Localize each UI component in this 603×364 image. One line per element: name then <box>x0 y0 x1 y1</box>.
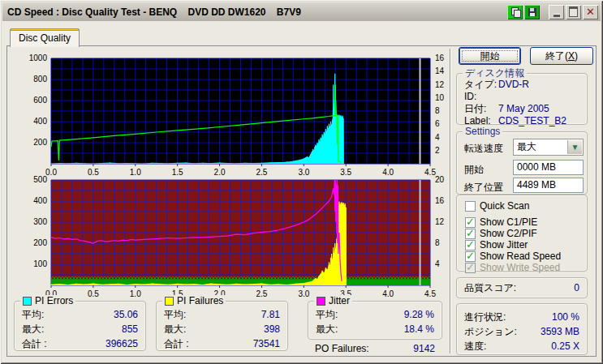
checkbox-show-read-speed[interactable]: Show Read Speed <box>465 251 561 262</box>
progress-row: 進行状況:100 % <box>457 310 587 324</box>
pi-errors-read-speed-chart: 10008006004002001614121086420.00.51.01.5… <box>6 50 454 177</box>
title-bar-buttons: ✕ <box>506 5 601 19</box>
svg-text:4.0: 4.0 <box>382 289 394 298</box>
start-pos-label: 開始 <box>464 163 484 177</box>
svg-text:500: 500 <box>33 175 47 184</box>
svg-text:8: 8 <box>435 238 440 247</box>
disc-date-row: 日付:7 May 2005 <box>464 103 587 115</box>
svg-text:600: 600 <box>33 96 47 105</box>
options-group: Quick Scan Show C1/PIE Show C2/PIF Show … <box>456 195 588 272</box>
stat-row: 平均:35.06 <box>15 307 145 322</box>
tab-disc-quality[interactable]: Disc Quality <box>10 28 80 47</box>
po-failures-row: PO Failures: 9142 <box>308 341 442 356</box>
pi-errors-title: PI Errors <box>35 295 73 306</box>
svg-text:14: 14 <box>435 66 445 75</box>
svg-text:16: 16 <box>435 54 445 62</box>
start-pos-field[interactable]: 0000 MB <box>513 160 584 175</box>
pi-failures-title: PI Failures <box>177 295 223 306</box>
svg-text:300: 300 <box>33 217 47 226</box>
svg-text:2.5: 2.5 <box>256 289 267 298</box>
pi-failures-jitter-chart: 500400300200100201612840.00.51.01.52.02.… <box>6 175 454 298</box>
stat-row: 合計 :396625 <box>15 336 145 351</box>
svg-text:4: 4 <box>435 259 440 268</box>
save-disk-icon <box>528 8 536 16</box>
pi-failures-color-chip <box>165 297 174 306</box>
svg-text:200: 200 <box>33 238 47 247</box>
svg-text:400: 400 <box>33 196 47 205</box>
svg-text:0.5: 0.5 <box>88 289 99 298</box>
svg-text:400: 400 <box>33 117 47 126</box>
copy-to-clipboard-icon <box>511 7 519 16</box>
disc-id-row: ID: <box>464 91 587 103</box>
svg-text:2: 2 <box>435 146 440 155</box>
end-pos-field[interactable]: 4489 MB <box>513 178 584 193</box>
position-row: ポジション:3593 MB <box>457 324 587 339</box>
disc-info-title: ディスク情報 <box>463 67 527 79</box>
quality-score-box: 品質スコア: 0 <box>456 277 588 298</box>
stat-row: 最大:18.4 % <box>308 322 441 336</box>
checkbox-icon <box>465 263 476 273</box>
stat-row: 平均:9.28 % <box>308 307 441 322</box>
close-icon: ✕ <box>586 6 595 17</box>
speed-row: 速度:0.25 X <box>457 339 587 353</box>
progress-box: 進行状況:100 % ポジション:3593 MB 速度:0.25 X <box>456 303 588 355</box>
chevron-down-icon[interactable]: ▼ <box>567 140 582 154</box>
checkbox-icon <box>465 201 476 212</box>
settings-title: Settings <box>463 126 502 137</box>
svg-text:200: 200 <box>33 138 47 147</box>
svg-text:8: 8 <box>435 106 440 115</box>
maximize-icon <box>569 6 578 17</box>
checkbox-show-c2-pif[interactable]: Show C2/PIF <box>465 228 537 239</box>
svg-text:800: 800 <box>33 75 47 84</box>
svg-text:1.0: 1.0 <box>130 289 141 298</box>
svg-text:3.0: 3.0 <box>298 289 309 298</box>
svg-text:10: 10 <box>435 93 445 102</box>
jitter-color-chip <box>317 297 325 306</box>
copy-button[interactable] <box>507 5 523 19</box>
svg-text:4: 4 <box>435 133 440 142</box>
close-button[interactable]: ✕ <box>583 5 598 19</box>
svg-text:12: 12 <box>435 80 445 89</box>
maximize-button[interactable] <box>566 5 581 19</box>
jitter-stats-box: Jitter 平均:9.28 % 最大:18.4 % <box>308 301 442 340</box>
minimize-icon <box>553 15 560 17</box>
svg-text:1000: 1000 <box>29 54 48 62</box>
disc-type-row: タイプ:DVD-R <box>464 79 587 91</box>
quality-score-value: 0 <box>574 278 579 298</box>
disc-info-group: ディスク情報 タイプ:DVD-R ID: 日付:7 May 2005 Label… <box>456 73 588 125</box>
end-pos-label: 終了位置 <box>464 181 503 195</box>
panel-separator <box>450 49 451 353</box>
checkbox-show-write-speed[interactable]: Show Write Speed <box>465 262 560 273</box>
svg-text:20: 20 <box>435 175 445 184</box>
svg-text:6: 6 <box>435 119 440 128</box>
pi-failures-stats-box: PI Failures 平均:7.81 最大:398 合計 :73541 <box>156 301 288 351</box>
jitter-title: Jitter <box>329 295 350 306</box>
minimize-button[interactable] <box>549 5 564 19</box>
window-title: CD Speed : Disc Quality Test - BENQ DVD … <box>7 6 301 18</box>
exit-button[interactable]: 終了(X) <box>530 47 593 65</box>
title-bar: CD Speed : Disc Quality Test - BENQ DVD … <box>2 2 601 21</box>
start-button[interactable]: 開始 <box>459 47 521 65</box>
stat-row: 合計 :73541 <box>157 336 287 351</box>
stat-row: 最大:855 <box>15 322 145 336</box>
save-button[interactable] <box>524 5 540 19</box>
tab-label: Disc Quality <box>19 32 71 44</box>
pi-errors-stats-box: PI Errors 平均:35.06 最大:855 合計 :396625 <box>14 301 146 351</box>
stat-row: 平均:7.81 <box>157 307 287 322</box>
svg-text:16: 16 <box>435 196 445 205</box>
quality-score-label: 品質スコア: <box>464 278 516 298</box>
pi-errors-color-chip <box>23 297 32 306</box>
speed-select[interactable]: 最大 ▼ <box>513 139 584 156</box>
checkbox-quick-scan[interactable]: Quick Scan <box>465 200 529 212</box>
svg-text:100: 100 <box>33 259 47 268</box>
settings-group: Settings 転送速度 最大 ▼ 開始 0000 MB 終了位置 4489 … <box>456 131 588 195</box>
svg-text:4.5: 4.5 <box>424 289 436 298</box>
po-failures-value: 9142 <box>413 341 435 356</box>
checkbox-show-c1-pie[interactable]: Show C1/PIE <box>465 216 537 228</box>
stat-row: 最大:398 <box>157 322 287 336</box>
speed-label: 転送速度 <box>464 142 503 156</box>
app-window: CD Speed : Disc Quality Test - BENQ DVD … <box>0 0 603 364</box>
svg-text:12: 12 <box>435 217 445 226</box>
po-failures-label: PO Failures: <box>315 341 369 356</box>
